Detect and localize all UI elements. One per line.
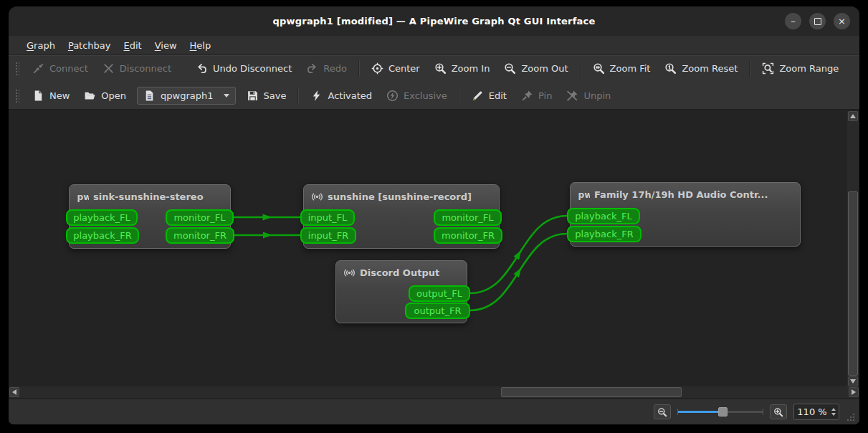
connect-icon (32, 62, 44, 75)
arrow-right-icon (852, 389, 856, 395)
exclusive-icon (386, 90, 399, 102)
slider-tick (763, 409, 763, 415)
edit-button[interactable]: Edit (464, 86, 514, 105)
toolbar-separator (358, 61, 360, 77)
menu-edit[interactable]: Edit (118, 38, 148, 53)
toolbar-label: Zoom Fit (610, 63, 651, 74)
graph-canvas: pwsink-sunshine-stereoplayback_FLplaybac… (9, 110, 859, 399)
wire-arrow-icon (513, 249, 524, 260)
port-playback_FR[interactable]: playback_FR (66, 227, 139, 244)
vertical-scrollbar-thumb[interactable] (848, 191, 858, 376)
new-button[interactable]: New (25, 86, 77, 105)
toolbar-label: Pin (538, 90, 552, 101)
maximize-icon (814, 18, 821, 25)
toolbar-label: Redo (323, 63, 347, 74)
close-icon: × (838, 16, 846, 26)
zoom-reset-button[interactable]: Zoom Reset (657, 59, 745, 78)
desktop: { "titlebar": { "title": "qpwgraph1 [mod… (0, 0, 868, 433)
undo-disconnect-button[interactable]: Undo Disconnect (189, 59, 299, 78)
toolbar-label: Save (264, 90, 287, 101)
toolbar-separator (749, 61, 750, 77)
menu-bar: GraphPatchbayEditViewHelp (9, 36, 859, 55)
toolbar-label: Center (388, 63, 420, 74)
toolbar-grip[interactable] (15, 89, 19, 103)
spinbox-arrows[interactable] (830, 405, 837, 419)
toolbar-label: Disconnect (120, 63, 171, 74)
resize-grip[interactable] (846, 412, 855, 422)
vertical-scrollbar[interactable] (847, 111, 859, 386)
toolbar-label: Zoom Reset (682, 63, 738, 74)
zoom-fit-button[interactable]: Zoom Fit (586, 59, 658, 78)
graph-viewport[interactable]: pwsink-sunshine-stereoplayback_FLplaybac… (9, 110, 847, 386)
graph-toolbar-items: ConnectDisconnectUndo DisconnectRedoCent… (25, 59, 846, 78)
port-monitor_FR[interactable]: monitor_FR (166, 227, 234, 244)
connections-layer (9, 110, 847, 386)
zoom-in-button[interactable] (770, 404, 787, 419)
port-monitor_FL[interactable]: monitor_FL (434, 209, 502, 226)
zoom-fit-icon (593, 62, 605, 75)
scroll-left-button[interactable] (9, 387, 19, 397)
menu-view[interactable]: View (148, 38, 183, 53)
zoom-reset-icon (664, 62, 677, 75)
activated-button[interactable]: Activated (303, 86, 379, 105)
zoom-out-button[interactable] (654, 404, 671, 419)
port-input_FL[interactable]: input_FL (300, 209, 355, 226)
menu-help[interactable]: Help (183, 38, 218, 53)
unpin-button: Unpin (559, 86, 618, 105)
zoom-slider[interactable] (677, 406, 763, 418)
port-monitor_FL[interactable]: monitor_FL (166, 209, 234, 226)
maximize-button[interactable] (809, 13, 826, 29)
wire-arrow-icon (263, 232, 272, 239)
window-controls: –× (785, 13, 850, 29)
toolbar-label: Edit (489, 90, 507, 101)
port-output_FR[interactable]: output_FR (405, 303, 470, 319)
exclusive-button: Exclusive (379, 86, 454, 105)
patchbay-toolbar: NewOpenqpwgraph1SaveActivatedExclusiveEd… (9, 82, 859, 110)
zoom-slider-handle[interactable] (718, 407, 728, 417)
arrow-up-icon (850, 114, 856, 118)
port-monitor_FR[interactable]: monitor_FR (434, 227, 502, 244)
port-playback_FL[interactable]: playback_FL (66, 209, 138, 226)
toolbar-grip[interactable] (15, 62, 19, 76)
port-input_FR[interactable]: input_FR (300, 227, 356, 244)
zoom-in-icon (434, 62, 447, 75)
zoom-in-button[interactable]: Zoom In (427, 59, 497, 78)
edit-icon (472, 90, 484, 102)
slider-tick (677, 409, 678, 415)
port-playback_FR[interactable]: playback_FR (567, 226, 642, 242)
spin-up-icon (831, 408, 836, 411)
horizontal-scrollbar-thumb[interactable] (501, 387, 682, 397)
menu-graph[interactable]: Graph (20, 38, 62, 53)
zoom-range-button[interactable]: Zoom Range (755, 59, 846, 78)
horizontal-scrollbar[interactable] (9, 386, 859, 398)
port-playback_FL[interactable]: playback_FL (567, 208, 640, 224)
center-button[interactable]: Center (364, 59, 427, 78)
status-bar: 110 % (9, 399, 859, 424)
title-bar[interactable]: qpwgraph1 [modified] — A PipeWire Graph … (9, 6, 859, 36)
toolbar-separator (580, 61, 581, 77)
toolbar-label: Zoom In (452, 63, 490, 74)
toolbar-separator (459, 88, 460, 104)
scroll-right-button[interactable] (849, 387, 859, 397)
toolbar-label: Activated (328, 90, 372, 101)
port-output_FL[interactable]: output_FL (409, 285, 470, 302)
zoom-in-icon (773, 407, 783, 417)
open-button[interactable]: Open (77, 86, 133, 105)
zoom-out-button[interactable]: Zoom Out (497, 59, 575, 78)
zoom-spinbox[interactable]: 110 % (793, 404, 839, 420)
menu-patchbay[interactable]: Patchbay (62, 38, 118, 53)
qpwgraph1-dropdown[interactable]: qpwgraph1 (137, 87, 235, 105)
arrow-down-icon (850, 379, 856, 384)
pin-icon (521, 90, 533, 102)
zoom-value: 110 % (797, 406, 826, 417)
close-button[interactable]: × (834, 13, 850, 29)
open-icon (84, 90, 96, 102)
toolbar-label: New (49, 90, 70, 101)
scroll-up-button[interactable] (848, 111, 858, 121)
save-button[interactable]: Save (239, 86, 294, 105)
toolbar-label: Unpin (583, 90, 611, 101)
scroll-down-button[interactable] (848, 376, 858, 386)
unpin-icon (566, 90, 578, 102)
minimize-button[interactable]: – (785, 13, 801, 29)
toolbar-label: qpwgraph1 (161, 90, 213, 101)
